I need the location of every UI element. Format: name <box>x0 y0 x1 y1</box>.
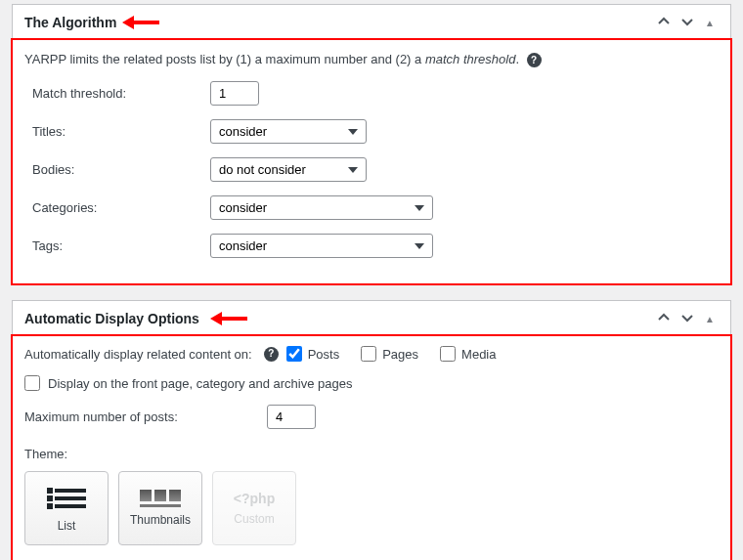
categories-select[interactable]: consider <box>210 195 433 220</box>
algorithm-description: YARPP limits the related posts list by (… <box>24 52 719 67</box>
media-checkbox[interactable] <box>440 346 456 362</box>
front-page-label: Display on the front page, category and … <box>48 376 352 391</box>
move-down-button[interactable] <box>677 310 697 327</box>
match-threshold-label: Match threshold: <box>24 86 210 101</box>
toggle-panel-button[interactable]: ▲ <box>701 15 719 30</box>
theme-thumbnails-label: Thumbnails <box>130 513 191 527</box>
algorithm-panel: The Algorithm ▲ YARPP limits the related… <box>12 4 731 284</box>
theme-option-thumbnails[interactable]: Thumbnails <box>118 471 202 545</box>
titles-select[interactable]: consider <box>210 119 367 144</box>
pages-checkbox[interactable] <box>361 346 376 362</box>
front-page-checkbox[interactable] <box>24 375 40 391</box>
panel-title: Automatic Display Options <box>24 311 199 326</box>
desc-em: match threshold <box>425 52 516 66</box>
posts-checkbox[interactable] <box>286 346 302 362</box>
desc-text-2: . <box>515 52 519 66</box>
bodies-select[interactable]: do not consider <box>210 157 367 182</box>
php-icon: <?php <box>234 491 275 506</box>
panel-title: The Algorithm <box>24 15 116 30</box>
list-icon <box>47 484 86 513</box>
match-threshold-input[interactable] <box>210 81 259 106</box>
display-options-panel: Automatic Display Options ▲ Automaticall… <box>12 300 731 560</box>
auto-display-label: Automatically display related content on… <box>24 347 252 362</box>
desc-text-1: YARPP limits the related posts list by (… <box>24 52 425 66</box>
categories-row: Categories: consider <box>24 195 719 220</box>
theme-custom-label: Custom <box>234 512 274 526</box>
media-checkbox-label: Media <box>461 347 496 362</box>
tags-row: Tags: consider <box>24 234 719 258</box>
panel-body: Automatically display related content on… <box>13 336 730 560</box>
max-posts-label: Maximum number of posts: <box>24 409 267 424</box>
help-icon[interactable]: ? <box>264 347 279 362</box>
panel-header: The Algorithm ▲ <box>13 5 730 40</box>
theme-label: Theme: <box>24 447 719 461</box>
theme-list-label: List <box>58 519 76 533</box>
panel-body: YARPP limits the related posts list by (… <box>13 40 730 283</box>
bodies-label: Bodies: <box>24 162 210 177</box>
max-posts-row: Maximum number of posts: <box>24 405 719 429</box>
theme-row: List Thumbnails <?php Custom <box>24 471 719 545</box>
auto-display-row: Automatically display related content on… <box>24 346 719 362</box>
move-up-button[interactable] <box>654 14 674 31</box>
panel-header: Automatic Display Options ▲ <box>13 301 730 336</box>
titles-label: Titles: <box>24 124 210 139</box>
tags-select[interactable]: consider <box>210 234 433 258</box>
pages-checkbox-label: Pages <box>382 347 418 362</box>
max-posts-input[interactable] <box>267 405 316 429</box>
toggle-panel-button[interactable]: ▲ <box>701 311 719 326</box>
panel-handle-actions: ▲ <box>654 310 719 327</box>
match-threshold-row: Match threshold: <box>24 81 719 106</box>
theme-option-custom[interactable]: <?php Custom <box>212 471 296 545</box>
move-up-button[interactable] <box>654 310 674 327</box>
thumbnails-icon <box>140 490 181 507</box>
categories-label: Categories: <box>24 200 210 215</box>
tags-label: Tags: <box>24 238 210 253</box>
posts-checkbox-label: Posts <box>308 347 340 362</box>
titles-row: Titles: consider <box>24 119 719 144</box>
theme-option-list[interactable]: List <box>24 471 109 545</box>
front-page-row: Display on the front page, category and … <box>24 375 719 391</box>
help-icon[interactable]: ? <box>527 53 542 67</box>
move-down-button[interactable] <box>677 14 697 31</box>
bodies-row: Bodies: do not consider <box>24 157 719 182</box>
panel-handle-actions: ▲ <box>654 14 719 31</box>
